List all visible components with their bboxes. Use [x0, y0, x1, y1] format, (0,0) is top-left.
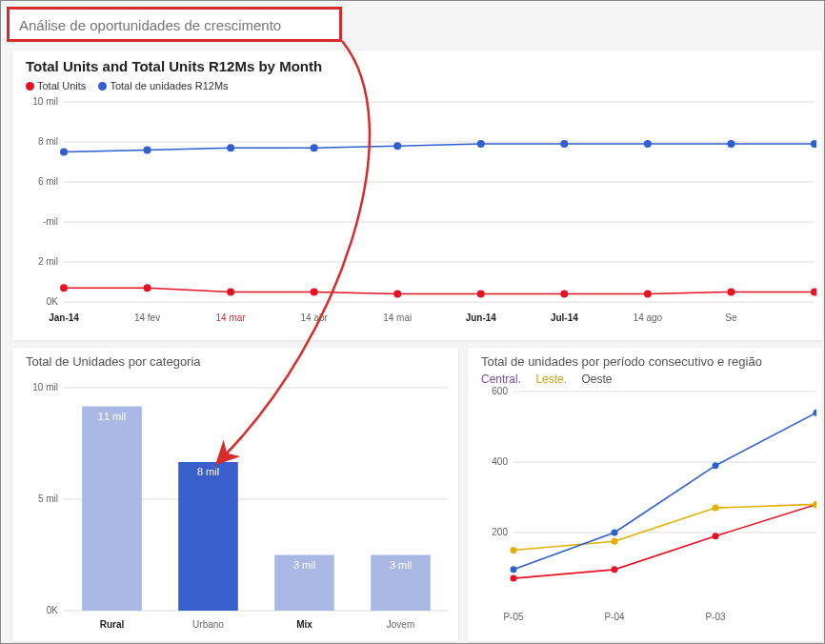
svg-text:Jul-14: Jul-14 [551, 312, 578, 323]
svg-point-38 [644, 140, 652, 148]
svg-rect-50 [178, 462, 238, 611]
svg-point-68 [511, 575, 517, 582]
svg-point-36 [477, 140, 485, 148]
svg-text:2 mil: 2 mil [38, 256, 58, 267]
svg-point-74 [713, 505, 719, 512]
svg-text:Urbano: Urbano [192, 619, 224, 630]
svg-text:6 mil: 6 mil [38, 176, 58, 187]
svg-point-34 [311, 144, 318, 151]
svg-text:Jun-14: Jun-14 [466, 312, 497, 323]
svg-text:Jovem: Jovem [387, 619, 414, 630]
svg-text:200: 200 [492, 527, 508, 537]
svg-point-39 [727, 140, 734, 148]
svg-text:14 ago: 14 ago [634, 312, 663, 323]
svg-text:3 mil: 3 mil [390, 559, 412, 571]
top-chart-plot[interactable]: 0K2 mil-mil6 mil8 mil10 milJan-1414 fev1… [26, 92, 813, 331]
svg-point-32 [144, 146, 151, 153]
svg-text:3 mil: 3 mil [293, 559, 315, 571]
region-chart-plot[interactable]: 200400600P-05P-04P-03 [481, 386, 813, 626]
svg-text:P-03: P-03 [705, 612, 726, 622]
svg-point-33 [227, 144, 234, 151]
page-title-box: Análise de oportunidades de crescimento [7, 7, 342, 42]
svg-point-22 [144, 284, 151, 292]
legend-item-total-units[interactable]: Total Units [26, 80, 86, 91]
svg-point-29 [727, 288, 734, 295]
region-legend-central[interactable]: Central. [481, 372, 521, 386]
region-chart-title: Total de unidades por período consecutiv… [481, 354, 813, 369]
region-line-panel: Total de unidades por período consecutiv… [468, 348, 822, 641]
svg-text:Se: Se [725, 312, 737, 323]
svg-point-23 [227, 288, 234, 295]
svg-point-24 [311, 288, 318, 295]
svg-point-72 [511, 547, 517, 553]
legend-dot-icon [98, 82, 107, 91]
category-bar-panel: Total de Unidades por categoria 0K5 mil1… [12, 348, 458, 641]
svg-point-21 [60, 284, 68, 292]
region-legend: Central. Leste. Oeste [481, 372, 813, 386]
svg-point-69 [612, 566, 618, 573]
svg-text:14 fev: 14 fev [134, 312, 160, 323]
svg-point-27 [560, 290, 568, 297]
svg-point-37 [560, 140, 568, 148]
svg-point-26 [477, 290, 485, 297]
svg-text:0K: 0K [47, 296, 59, 307]
svg-text:P-04: P-04 [604, 612, 625, 622]
category-chart-plot[interactable]: 0K5 mil10 mil11 milRural8 milUrbano3 mil… [26, 369, 449, 634]
svg-text:-mil: -mil [43, 216, 58, 227]
svg-text:11 mil: 11 mil [98, 411, 126, 422]
svg-rect-47 [82, 407, 142, 612]
legend-label: Total Units [37, 80, 86, 91]
page-title: Análise de oportunidades de crescimento [19, 17, 330, 33]
svg-text:8 mil: 8 mil [197, 466, 219, 477]
svg-point-70 [713, 533, 719, 539]
top-chart-legend: Total Units Total de unidades R12Ms [26, 80, 813, 92]
svg-point-78 [713, 462, 719, 469]
svg-point-75 [814, 501, 817, 508]
region-legend-oeste[interactable]: Oeste [581, 372, 612, 386]
svg-text:14 mar: 14 mar [216, 312, 247, 323]
svg-text:10 mil: 10 mil [32, 382, 58, 392]
svg-text:8 mil: 8 mil [38, 136, 58, 147]
svg-point-40 [811, 140, 816, 148]
svg-text:10 mil: 10 mil [32, 96, 58, 107]
svg-point-25 [393, 290, 401, 297]
legend-item-r12ms[interactable]: Total de unidades R12Ms [98, 80, 228, 91]
svg-point-31 [60, 148, 68, 155]
legend-label: Total de unidades R12Ms [110, 80, 228, 91]
category-chart-title: Total de Unidades por categoria [26, 354, 449, 369]
svg-text:Mix: Mix [296, 619, 312, 630]
svg-point-30 [811, 288, 816, 295]
svg-text:P-05: P-05 [503, 612, 524, 622]
svg-text:400: 400 [492, 456, 508, 467]
top-chart-panel: Total Units and Total Units R12Ms by Mon… [12, 50, 822, 340]
top-chart-title: Total Units and Total Units R12Ms by Mon… [26, 58, 813, 74]
svg-text:Rural: Rural [100, 619, 125, 630]
svg-text:600: 600 [492, 386, 508, 396]
svg-text:Jan-14: Jan-14 [49, 312, 79, 323]
svg-text:5 mil: 5 mil [38, 493, 58, 504]
svg-text:0K: 0K [47, 605, 59, 615]
svg-point-77 [612, 530, 618, 536]
region-legend-leste[interactable]: Leste. [535, 372, 567, 386]
svg-point-28 [644, 290, 652, 297]
svg-point-76 [511, 566, 517, 573]
legend-dot-icon [26, 82, 34, 91]
svg-text:14 mai: 14 mai [383, 312, 412, 323]
svg-text:14 abr: 14 abr [300, 312, 328, 323]
svg-point-73 [612, 538, 618, 545]
svg-point-35 [393, 142, 401, 150]
